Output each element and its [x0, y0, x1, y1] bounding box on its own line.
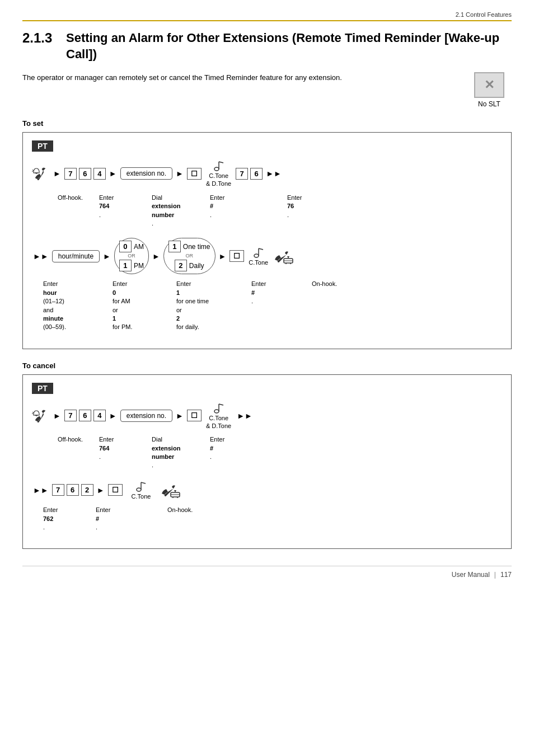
- pt-label-set: PT: [32, 140, 53, 152]
- to-set-diagram: PT ► 7 6 4 ► extension no. ► ☐: [22, 132, 512, 349]
- footer-text: User Manual: [452, 571, 490, 579]
- hash-box-2: ☐: [229, 250, 244, 262]
- label-onetime-daily: Enter 1 for one timeor 2 for daily.: [176, 280, 249, 331]
- phone-bell-icon: [32, 166, 50, 181]
- arrow4: ►: [103, 252, 111, 261]
- hash-box-c1: ☐: [187, 410, 202, 421]
- arrow2: ►: [109, 169, 117, 178]
- hash-box-c2: ☐: [108, 484, 123, 496]
- music-note-icon-2: [254, 246, 264, 259]
- ctone-2: C.Tone: [249, 246, 268, 266]
- on-hook-icon-cancel: [160, 482, 181, 498]
- no-slt-label: No SLT: [478, 100, 500, 108]
- onetime-daily-group: 1 One time OR 2 Daily: [163, 238, 216, 274]
- set-row2-icons: ►► hour/minute ► 0 AM OR 1 PM ► 1 One ti…: [32, 238, 502, 274]
- set-row1-labels: Off-hook. Enter 764. Dial extensionnumbe…: [32, 194, 502, 228]
- key-6-c1: 6: [79, 410, 91, 421]
- label-enter-hash-set: Enter #.: [210, 194, 255, 219]
- key-6-1: 6: [79, 168, 91, 180]
- one-time-label: One time: [183, 243, 210, 251]
- set-row2-labels: Enter hour (01–12)and minute (00–59). En…: [32, 280, 502, 331]
- phone-bell-icon-2: [32, 408, 50, 424]
- ctone-dtone-label-c: C.Tone& D.Tone: [206, 414, 231, 430]
- svg-line-21: [219, 404, 223, 405]
- key-6-2: 6: [250, 168, 263, 180]
- to-cancel-diagram: PT ► 7 6 4 ► extension no. ► ☐: [22, 374, 512, 550]
- footer-page: 117: [500, 571, 512, 579]
- key-4-1: 4: [93, 168, 106, 180]
- arrow6: ►: [219, 252, 227, 261]
- arrow5: ►: [152, 252, 160, 261]
- no-slt-block: No SLT: [467, 72, 512, 108]
- key-6-c2: 6: [67, 484, 79, 496]
- ctone-dtone-label: C.Tone& D.Tone: [206, 172, 231, 188]
- svg-line-2: [32, 170, 34, 171]
- off-hook-icon-cancel: [32, 408, 50, 424]
- label-enter76-set: Enter 76.: [287, 194, 326, 219]
- section-ref: 2.1 Control Features: [456, 11, 512, 18]
- label-hour-min: Enter hour (01–12)and minute (00–59).: [43, 280, 110, 331]
- svg-line-6: [219, 162, 223, 163]
- off-hook-icon-set: [32, 166, 50, 181]
- to-cancel-label: To cancel: [22, 361, 512, 370]
- double-arrow-2: ►►: [33, 252, 49, 261]
- footer: User Manual | 117: [22, 566, 512, 579]
- section-title-block: 2.1.3 Setting an Alarm for Other Extensi…: [22, 30, 512, 62]
- set-row1-icons: ► 7 6 4 ► extension no. ► ☐ C.Tone& D.To…: [32, 159, 502, 188]
- cancel-row1-icons: ► 7 6 4 ► extension no. ► ☐ C.Tone& D.To…: [32, 402, 502, 430]
- double-arrow-c2: ►►: [33, 486, 49, 495]
- key-1-am: 1: [119, 260, 132, 271]
- key-4-c1: 4: [93, 410, 106, 421]
- svg-point-7: [254, 254, 259, 257]
- key-0: 0: [119, 241, 132, 252]
- label-enter764-set: Enter 764.: [99, 194, 149, 219]
- section-title-text: Setting an Alarm for Other Extensions (R…: [66, 30, 512, 62]
- arrow-c1: ►: [53, 411, 61, 420]
- ctone-cancel: C.Tone: [132, 480, 151, 500]
- arrow1: ►: [53, 169, 61, 178]
- svg-line-17: [32, 412, 34, 413]
- label-enter-hash-cancel: Enter #.: [210, 435, 255, 461]
- on-hook-phone-icon: [273, 248, 294, 264]
- label-enter764-cancel: Enter 764.: [99, 435, 149, 461]
- hour-minute-box: hour/minute: [52, 250, 100, 262]
- label-enter-hash-2: Enter #.: [251, 280, 291, 306]
- svg-point-22: [137, 488, 141, 491]
- am-pm-group: 0 AM OR 1 PM: [114, 238, 149, 274]
- key-7-2: 7: [236, 168, 248, 180]
- on-hook-phone-icon-c: [160, 482, 181, 498]
- label-off-hook-set: Off-hook.: [58, 194, 97, 202]
- or-text-1: OR: [128, 253, 135, 259]
- section-header: 2.1 Control Features: [22, 11, 512, 21]
- ctone-label-c2: C.Tone: [132, 492, 151, 500]
- to-set-label: To set: [22, 119, 512, 128]
- pm-label: PM: [134, 262, 144, 270]
- label-dial-ext-cancel: Dial extensionnumber.: [152, 435, 208, 470]
- or-text-2: OR: [185, 253, 193, 259]
- double-arrow-c1: ►►: [237, 411, 252, 420]
- footer-separator: |: [494, 571, 496, 579]
- label-am-pm: Enter 0 for AMor 1 for PM.: [113, 280, 174, 331]
- arrow-c2: ►: [109, 411, 117, 420]
- arrow3: ►: [176, 169, 184, 178]
- music-note-icon: [214, 159, 224, 172]
- label-enter-hash-c2: Enter #.: [96, 506, 140, 532]
- am-label: AM: [134, 243, 144, 251]
- hash-box-1: ☐: [187, 168, 202, 180]
- key-1-onetime: 1: [168, 241, 181, 252]
- label-dial-ext-set: Dial extensionnumber.: [152, 194, 208, 228]
- arrow-c4: ►: [97, 486, 105, 495]
- on-hook-icon-set: [273, 248, 294, 264]
- pt-label-cancel: PT: [32, 383, 53, 394]
- extension-no-box: extension no.: [120, 167, 172, 180]
- key-7-c1: 7: [64, 410, 77, 421]
- svg-point-19: [214, 410, 219, 413]
- no-slt-icon: [474, 72, 504, 98]
- key-7-1: 7: [64, 168, 77, 180]
- label-on-hook-set: On-hook.: [312, 280, 345, 288]
- label-enter762-cancel: Enter 762.: [43, 506, 93, 532]
- cancel-row2-icons: ►► 7 6 2 ► ☐ C.Tone: [32, 480, 502, 500]
- double-arrow-1: ►►: [266, 169, 282, 178]
- intro-text: The operator or manager can remotely set…: [22, 72, 450, 83]
- svg-line-9: [259, 248, 263, 250]
